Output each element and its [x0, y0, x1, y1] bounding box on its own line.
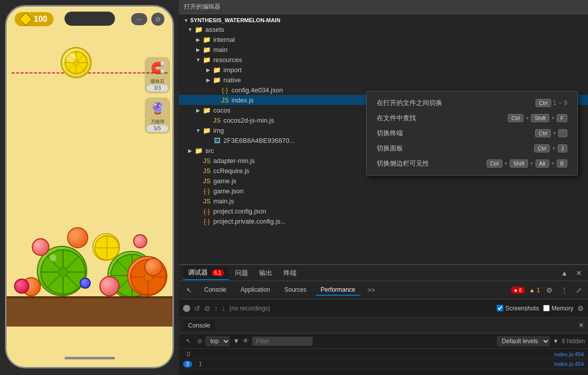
- minimize-btn[interactable]: ▲: [559, 268, 570, 278]
- score-display: 100: [15, 12, 53, 26]
- fruit-orange-sm1: [67, 227, 88, 248]
- tree-item-native[interactable]: ▶ 📁 native: [179, 75, 588, 85]
- fruit-lemon-small: [92, 233, 120, 261]
- no-recordings-label: (no recordings): [229, 305, 493, 312]
- console-cursor-icon[interactable]: ↖: [182, 335, 194, 347]
- fruit-small3: [144, 258, 162, 276]
- ball-label: 万能球: [147, 119, 168, 125]
- error-count-badge: ● 6: [511, 287, 525, 294]
- js-icon-gamejs: JS: [202, 177, 211, 185]
- home-bar: [65, 357, 115, 359]
- tree-item-resources[interactable]: ▼ 📁 resources: [179, 55, 588, 65]
- json-icon-config: {·}: [220, 86, 229, 94]
- stop-button: ⊘: [204, 304, 210, 312]
- perf-right-controls: ● 6 ▲ 1 ⚙ ⋮ ⤢: [511, 285, 584, 295]
- tree-item-import[interactable]: ▶ 📁 import: [179, 65, 588, 75]
- more-tabs-btn[interactable]: >>: [364, 285, 378, 295]
- diamond-icon: [19, 12, 33, 26]
- tree-item-project-config[interactable]: {·} project.config.json: [179, 206, 588, 216]
- folder-icon-assets: 📁: [194, 25, 203, 33]
- file-tree-area: 打开的编辑器 ▼ SYNTHESIS_WATERMELON-MAIN ▼ 📁 a…: [179, 0, 588, 264]
- download-button[interactable]: ↓: [222, 304, 225, 312]
- shortcut-switch-files[interactable]: 在打开的文件之间切换 Ctrl 1 ~ 9: [367, 95, 577, 111]
- log-link-1[interactable]: index.js:454: [554, 361, 584, 367]
- tree-item-mainjs[interactable]: JS main.js: [179, 196, 588, 206]
- tab-output[interactable]: 输出: [254, 266, 277, 280]
- phone-controls: ··· ⊙: [131, 13, 164, 26]
- game-frame: 100 ··· ⊙: [5, 5, 174, 368]
- tree-item-assets[interactable]: ▼ 📁 assets: [179, 24, 588, 34]
- dropdown-arrow: ▼: [233, 337, 240, 345]
- tree-item-gamejs[interactable]: JS game.js: [179, 176, 588, 186]
- perf-tab-application[interactable]: Application: [236, 285, 275, 296]
- block-icon[interactable]: ⊘: [197, 338, 202, 345]
- folder-icon-img: 📁: [202, 126, 211, 134]
- tree-item-main[interactable]: ▶ 📁 main: [179, 44, 588, 55]
- folder-icon-native: 📁: [212, 76, 221, 84]
- console-tab[interactable]: Console: [183, 320, 215, 331]
- js-icon-cocos2d: JS: [212, 116, 221, 124]
- phone-bottom: [7, 327, 172, 367]
- more-options-btn[interactable]: ⋮: [559, 285, 570, 295]
- file-tree-toolbar: 打开的编辑器: [179, 0, 588, 14]
- perf-record-bar: ↺ ⊘ ↑ ↓ (no recordings) Screenshots Memo…: [179, 299, 588, 317]
- svg-point-12: [58, 267, 68, 277]
- game-panel: 100 ··· ⊙: [0, 0, 179, 375]
- memory-checkbox[interactable]: Memory: [543, 305, 573, 312]
- fruit-blueberry: [80, 278, 91, 289]
- folder-icon-main: 📁: [202, 45, 211, 53]
- perf-gear-icon[interactable]: ⚙: [577, 304, 584, 312]
- fruit-cherry-sm: [14, 279, 29, 294]
- shortcut-toggle-terminal[interactable]: 切换终端 Ctrl + `: [367, 126, 577, 141]
- phone-top: 100 ··· ⊙: [7, 7, 172, 32]
- json-icon-private: {·}: [202, 217, 211, 225]
- side-card-magnet: 🧲 吸铁石 3/3: [145, 57, 170, 93]
- svg-point-5: [74, 60, 79, 65]
- game-area: 🧲 吸铁石 3/3 🔮 万能球 5/5: [7, 32, 172, 327]
- side-card-ball: 🔮 万能球 5/5: [145, 97, 170, 134]
- open-editor-label: 打开的编辑器: [184, 3, 220, 11]
- tab-terminal[interactable]: 终端: [278, 266, 302, 280]
- shortcut-toggle-sidebar[interactable]: 切换侧边栏可见性 Ctrl + Shift + Alt + B: [367, 156, 577, 171]
- close-devtools-btn[interactable]: ✕: [574, 268, 584, 278]
- root-label: SYNTHESIS_WATERMELON-MAIN: [190, 17, 280, 23]
- fruit-small2: [99, 276, 120, 296]
- tree-item-project-private[interactable]: {·} project.private.config.js...: [179, 216, 588, 226]
- perf-tab-console[interactable]: Console: [199, 285, 231, 296]
- perf-tab-performance[interactable]: Performance: [316, 285, 361, 296]
- default-levels-select[interactable]: Default levels: [497, 336, 550, 346]
- tree-item-gamejson[interactable]: {·} game.json: [179, 186, 588, 196]
- fruit-lemon-top: [61, 47, 92, 78]
- reload-button[interactable]: ↺: [194, 304, 200, 312]
- upload-button[interactable]: ↑: [214, 304, 218, 312]
- tab-debugger[interactable]: 调试器 6,1: [183, 266, 229, 280]
- json-icon-game: {·}: [202, 187, 211, 195]
- source-select[interactable]: top: [205, 336, 230, 346]
- log-link-0[interactable]: index.js:454: [554, 351, 584, 357]
- tree-item-internal[interactable]: ▶ 📁 internal: [179, 34, 588, 44]
- devtools-window-controls: ▲ ✕: [559, 268, 584, 278]
- tab-issues[interactable]: 问题: [230, 266, 253, 280]
- perf-tab-sources[interactable]: Sources: [279, 285, 312, 296]
- shortcut-overlay: 在打开的文件之间切换 Ctrl 1 ~ 9 在文件中查找 Ctrl + Shif…: [366, 91, 578, 176]
- dots-button[interactable]: ···: [131, 13, 147, 25]
- console-close-btn[interactable]: ✕: [578, 322, 584, 329]
- eye-icon[interactable]: 👁: [243, 337, 249, 345]
- expand-btn[interactable]: ⤢: [574, 285, 584, 295]
- hidden-count: 6 hidden: [562, 338, 585, 345]
- js-icon-index: JS: [220, 96, 229, 104]
- folder-icon-import: 📁: [212, 66, 221, 74]
- levels-dropdown-arrow: ▼: [553, 338, 559, 345]
- tree-root[interactable]: ▼ SYNTHESIS_WATERMELON-MAIN: [179, 16, 588, 24]
- devtools-tab-bar: 调试器 6,1 问题 输出 终端 ▲ ✕: [179, 265, 588, 281]
- filter-input[interactable]: [252, 337, 313, 346]
- circle-button[interactable]: ⊙: [151, 13, 164, 26]
- cursor-icon[interactable]: ↖: [183, 284, 195, 296]
- right-panel: 打开的编辑器 ▼ SYNTHESIS_WATERMELON-MAIN ▼ 📁 a…: [179, 0, 588, 375]
- settings-btn[interactable]: ⚙: [544, 285, 555, 295]
- shortcut-find-in-file[interactable]: 在文件中查找 Ctrl + Shift + F: [367, 111, 577, 126]
- folder-icon-cocos: 📁: [202, 106, 211, 114]
- record-button[interactable]: [183, 305, 190, 312]
- shortcut-toggle-panel[interactable]: 切换面板 Ctrl + J: [367, 141, 577, 156]
- screenshots-checkbox[interactable]: Screenshots: [497, 305, 539, 312]
